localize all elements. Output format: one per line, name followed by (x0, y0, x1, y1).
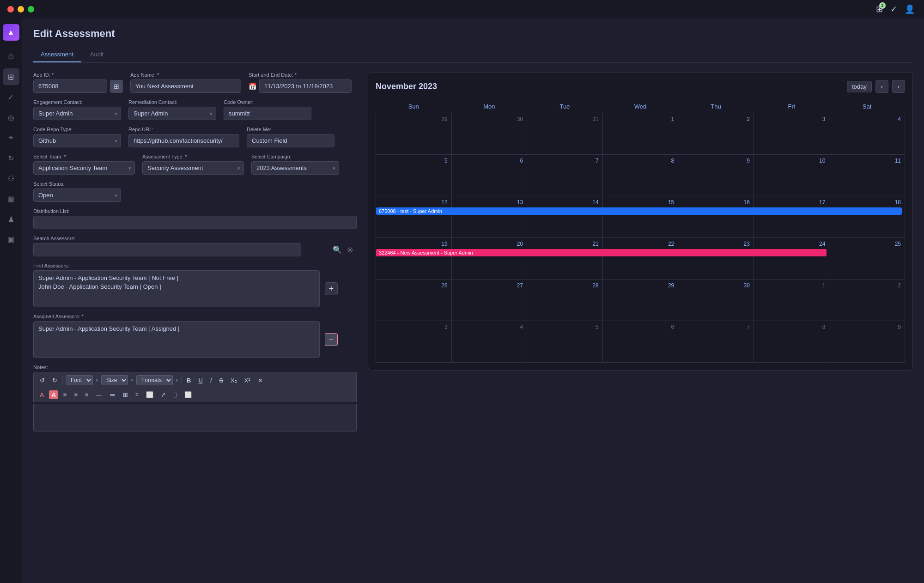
align-right-button[interactable]: ≡ (83, 390, 91, 399)
ordered-list-button[interactable]: ≔ (107, 390, 118, 399)
table-button[interactable]: ⊞ (121, 390, 130, 399)
underline-button[interactable]: U (196, 376, 205, 385)
cal-day[interactable]: 18 (831, 198, 903, 206)
cal-day[interactable]: 5 (378, 157, 450, 165)
cal-day[interactable]: 10 (756, 157, 827, 165)
superscript-button[interactable]: X² (242, 376, 253, 385)
cal-day[interactable]: 20 (454, 240, 525, 248)
cal-day[interactable]: 24 (756, 240, 827, 248)
user-icon[interactable]: 👤 (905, 4, 915, 14)
cal-day[interactable]: 28 (529, 281, 601, 290)
remove-assessor-button[interactable]: − (325, 333, 338, 346)
clear-format-button[interactable]: ✕ (255, 376, 265, 385)
assessment-type-select[interactable]: Security Assessment (142, 161, 244, 175)
undo-button[interactable]: ↺ (37, 376, 47, 385)
sidebar-item-eye[interactable]: ◎ (3, 109, 19, 126)
traffic-light-yellow[interactable] (18, 6, 24, 12)
cal-day[interactable]: 13 (454, 198, 525, 206)
engagement-contact-select[interactable]: Super Admin (33, 107, 121, 120)
cal-day[interactable]: 14 (529, 198, 601, 206)
select-campaign-select[interactable]: 2023 Assessments (251, 161, 339, 175)
sidebar-item-person[interactable]: ♟ (3, 211, 19, 227)
next-month-button[interactable]: › (892, 80, 905, 93)
cal-day[interactable]: 3 (378, 323, 450, 331)
sidebar-item-list[interactable]: ≡ (3, 129, 19, 146)
cal-day[interactable]: 8 (756, 323, 827, 331)
cal-day[interactable]: 31 (529, 115, 601, 123)
bold-button[interactable]: B (184, 376, 193, 385)
cal-day[interactable]: 9 (680, 157, 752, 165)
sidebar-item-users[interactable]: ⚇ (3, 170, 19, 187)
assessor-item-2[interactable]: John Doe - Application Security Team [ O… (38, 283, 315, 290)
select-team-select[interactable]: Application Security Team (33, 161, 135, 175)
formats-select[interactable]: Formats (136, 375, 173, 385)
app-id-input[interactable]: 675008 (33, 79, 107, 93)
sidebar-item-refresh[interactable]: ↻ (3, 150, 19, 166)
cal-day[interactable]: 2 (831, 281, 903, 290)
remediation-contact-select[interactable]: Super Admin (128, 107, 216, 120)
cal-day[interactable]: 22 (605, 240, 676, 248)
cal-day[interactable]: 30 (680, 281, 752, 290)
cal-day[interactable]: 21 (529, 240, 601, 248)
check-icon[interactable]: ✓ (890, 4, 897, 14)
cal-day[interactable]: 29 (605, 281, 676, 290)
code-repo-type-select[interactable]: Github GitLab Bitbucket (33, 134, 121, 147)
start-end-date-input[interactable]: 11/13/2023 to 11/18/2023 (259, 79, 352, 93)
cal-day[interactable]: 27 (454, 281, 525, 290)
cal-day[interactable]: 4 (831, 115, 903, 123)
cal-day[interactable]: 15 (605, 198, 676, 206)
cal-day[interactable]: 29 (378, 115, 450, 123)
tab-audit[interactable]: Audit (83, 47, 111, 62)
cal-day[interactable]: 30 (454, 115, 525, 123)
cal-day[interactable]: 7 (680, 323, 752, 331)
expand-button[interactable]: ⤢ (158, 390, 168, 399)
sidebar-item-check[interactable]: ✓ (3, 89, 19, 105)
cal-day[interactable]: 6 (454, 157, 525, 165)
italic-button[interactable]: I (208, 376, 214, 385)
redo-button[interactable]: ↻ (50, 376, 60, 385)
brand-icon[interactable]: ▲ (3, 24, 19, 41)
link-button[interactable]: ⌗ (133, 390, 141, 399)
align-center-button[interactable]: ≡ (72, 390, 80, 399)
today-button[interactable]: today (847, 81, 872, 92)
grid-icon[interactable]: ⊞ 2 (876, 4, 883, 14)
distribution-list-input[interactable] (33, 216, 357, 229)
repo-url-input[interactable]: https://github.com/factionsecurity/ (128, 134, 239, 147)
traffic-light-red[interactable] (7, 6, 14, 12)
assigned-assessor-item-1[interactable]: Super Admin - Application Security Team … (38, 325, 315, 332)
print-button[interactable]: ⬜ (182, 390, 194, 399)
app-name-input[interactable]: You Next Assessment (130, 79, 241, 93)
traffic-light-green[interactable] (28, 6, 34, 12)
cal-day[interactable]: 2 (680, 115, 752, 123)
cal-day[interactable]: 9 (831, 323, 903, 331)
app-id-grid-button[interactable]: ⊞ (110, 80, 123, 93)
sidebar-item-docs[interactable]: ▣ (3, 231, 19, 248)
sidebar-item-home[interactable]: ⊙ (3, 48, 19, 65)
clear-search-button[interactable]: ⊗ (347, 245, 353, 254)
code-button[interactable]: ⌷ (171, 390, 179, 399)
calendar-event-blue[interactable]: 675008 - test - Super Admin (376, 207, 902, 215)
cal-day[interactable]: 17 (756, 198, 827, 206)
sidebar-item-layers[interactable]: ⊞ (3, 68, 19, 85)
cal-day[interactable]: 4 (454, 323, 525, 331)
assessor-item-1[interactable]: Super Admin - Application Security Team … (38, 274, 315, 281)
cal-day[interactable]: 7 (529, 157, 601, 165)
font-select[interactable]: Font (66, 375, 93, 385)
cal-day[interactable]: 1 (605, 115, 676, 123)
select-status-select[interactable]: Open Closed In Progress (33, 188, 121, 202)
sidebar-item-chart[interactable]: ▦ (3, 190, 19, 207)
image-button[interactable]: ⬜ (144, 390, 156, 399)
cal-day[interactable]: 5 (529, 323, 601, 331)
size-select[interactable]: Size (101, 375, 128, 385)
text-color-button[interactable]: A (37, 390, 46, 399)
subscript-button[interactable]: X₂ (228, 376, 239, 385)
prev-month-button[interactable]: ‹ (875, 80, 888, 93)
code-owner-input[interactable]: summitt (224, 107, 311, 120)
cal-day[interactable]: 3 (756, 115, 827, 123)
align-left-button[interactable]: ≡ (61, 390, 69, 399)
cal-day[interactable]: 12 (378, 198, 450, 206)
cal-day[interactable]: 25 (831, 240, 903, 248)
cal-day[interactable]: 26 (378, 281, 450, 290)
calendar-event-pink[interactable]: 322464 - New Assessment - Super Admin (376, 249, 827, 256)
cal-day[interactable]: 8 (605, 157, 676, 165)
